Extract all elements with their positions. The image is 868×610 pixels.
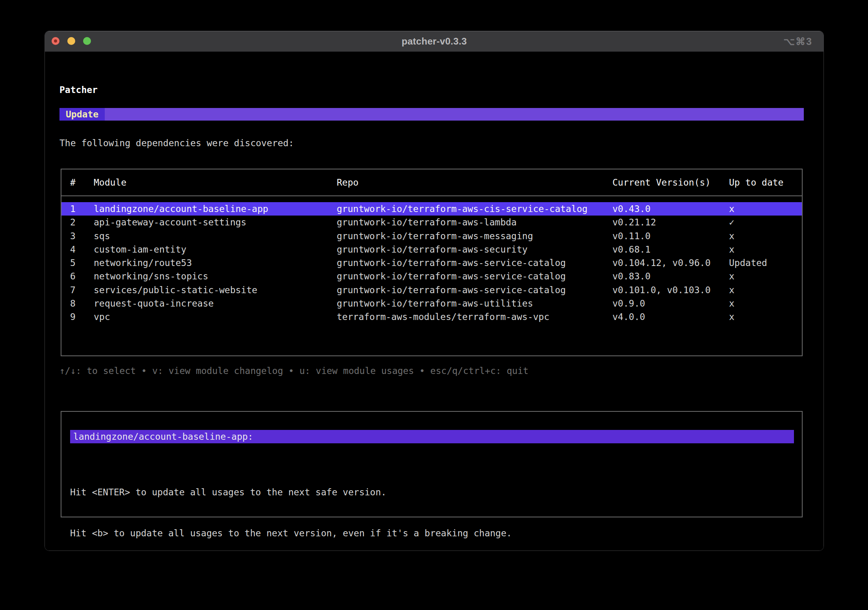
- table-row[interactable]: 3 sqs gruntwork-io/terraform-aws-messagi…: [61, 229, 802, 243]
- table-header: # Module Repo Current Version(s) Up to d…: [61, 177, 802, 188]
- row-version: v0.68.1: [612, 243, 729, 256]
- table-row[interactable]: 4 custom-iam-entity gruntwork-io/terrafo…: [61, 243, 802, 256]
- row-module: networking/sns-topics: [94, 270, 337, 283]
- row-version: v0.11.0: [612, 229, 729, 243]
- row-module: api-gateway-account-settings: [94, 216, 337, 229]
- tab-update[interactable]: Update: [59, 108, 105, 121]
- row-version: v0.83.0: [612, 270, 729, 283]
- terminal-content: Patcher Update The following dependencie…: [45, 52, 823, 551]
- dependencies-table: # Module Repo Current Version(s) Up to d…: [61, 169, 803, 356]
- row-module: custom-iam-entity: [94, 243, 337, 256]
- detail-line-breaking: Hit <b> to update all usages to the next…: [70, 526, 512, 540]
- row-number: 6: [70, 270, 94, 283]
- row-number: 2: [70, 216, 94, 229]
- row-version: v4.0.0: [612, 310, 729, 324]
- terminal-window: patcher-v0.3.3 ⌥⌘3 Patcher Update The fo…: [45, 31, 824, 551]
- row-module: sqs: [94, 229, 337, 243]
- detail-panel: landingzone/account-baseline-app: Hit <E…: [61, 411, 803, 517]
- row-module: services/public-static-website: [94, 283, 337, 297]
- row-number: 7: [70, 283, 94, 297]
- app-heading: Patcher: [59, 84, 98, 96]
- row-version: v0.9.0: [612, 297, 729, 310]
- close-button-icon[interactable]: [52, 37, 59, 45]
- row-status: x: [729, 229, 802, 243]
- table-row[interactable]: 2 api-gateway-account-settings gruntwork…: [61, 216, 802, 229]
- minimize-button-icon[interactable]: [67, 37, 75, 45]
- row-status: Updated: [729, 256, 802, 270]
- row-repo: gruntwork-io/terraform-aws-messaging: [337, 229, 612, 243]
- table-row[interactable]: 6 networking/sns-topics gruntwork-io/ter…: [61, 270, 802, 283]
- row-status: ✓: [729, 216, 802, 229]
- row-repo: gruntwork-io/terraform-aws-service-catal…: [337, 270, 612, 283]
- row-repo: gruntwork-io/terraform-aws-utilities: [337, 297, 612, 310]
- row-module: landingzone/account-baseline-app: [94, 202, 337, 216]
- intro-text: The following dependencies were discover…: [59, 137, 294, 149]
- col-header-module: Module: [94, 177, 337, 188]
- row-repo: gruntwork-io/terraform-aws-cis-service-c…: [337, 202, 612, 216]
- row-status: x: [729, 270, 802, 283]
- row-status: x: [729, 283, 802, 297]
- row-version: v0.104.12, v0.96.0: [612, 256, 729, 270]
- dependency-rows: 1 landingzone/account-baseline-app grunt…: [61, 202, 802, 324]
- row-repo: gruntwork-io/terraform-aws-security: [337, 243, 612, 256]
- table-row[interactable]: 5 networking/route53 gruntwork-io/terraf…: [61, 256, 802, 270]
- table-row[interactable]: 7 services/public-static-website gruntwo…: [61, 283, 802, 297]
- row-module: request-quota-increase: [94, 297, 337, 310]
- row-status: x: [729, 243, 802, 256]
- table-row[interactable]: 8 request-quota-increase gruntwork-io/te…: [61, 297, 802, 310]
- row-version: v0.21.12: [612, 216, 729, 229]
- window-shortcut-badge: ⌥⌘3: [783, 36, 812, 47]
- row-status: x: [729, 202, 802, 216]
- detail-instructions: Hit <ENTER> to update all usages to the …: [70, 458, 512, 551]
- row-module: vpc: [94, 310, 337, 324]
- row-status: x: [729, 310, 802, 324]
- row-repo: gruntwork-io/terraform-aws-service-catal…: [337, 256, 612, 270]
- col-header-num: #: [70, 177, 94, 188]
- col-header-uptodate: Up to date: [729, 177, 802, 188]
- traffic-lights: [52, 37, 91, 45]
- zoom-button-icon[interactable]: [83, 37, 91, 45]
- row-repo: gruntwork-io/terraform-aws-service-catal…: [337, 283, 612, 297]
- table-row[interactable]: 9 vpc terraform-aws-modules/terraform-aw…: [61, 310, 802, 324]
- row-version: v0.101.0, v0.103.0: [612, 283, 729, 297]
- row-module: networking/route53: [94, 256, 337, 270]
- selected-module-header: landingzone/account-baseline-app:: [70, 430, 794, 443]
- col-header-repo: Repo: [337, 177, 612, 188]
- keybinding-help: ↑/↓: to select • v: view module changelo…: [59, 365, 529, 377]
- col-header-version: Current Version(s): [612, 177, 729, 188]
- row-repo: gruntwork-io/terraform-aws-lambda: [337, 216, 612, 229]
- row-status: x: [729, 297, 802, 310]
- row-number: 5: [70, 256, 94, 270]
- row-number: 8: [70, 297, 94, 310]
- tab-bar: Update: [59, 108, 804, 121]
- row-version: v0.43.0: [612, 202, 729, 216]
- row-repo: terraform-aws-modules/terraform-aws-vpc: [337, 310, 612, 324]
- row-number: 3: [70, 229, 94, 243]
- row-number: 9: [70, 310, 94, 324]
- header-separator: [61, 195, 802, 196]
- table-row[interactable]: 1 landingzone/account-baseline-app grunt…: [61, 202, 802, 216]
- window-title: patcher-v0.3.3: [402, 36, 467, 47]
- row-number: 1: [70, 202, 94, 216]
- detail-line-enter: Hit <ENTER> to update all usages to the …: [70, 485, 512, 499]
- row-number: 4: [70, 243, 94, 256]
- window-titlebar[interactable]: patcher-v0.3.3 ⌥⌘3: [45, 31, 823, 52]
